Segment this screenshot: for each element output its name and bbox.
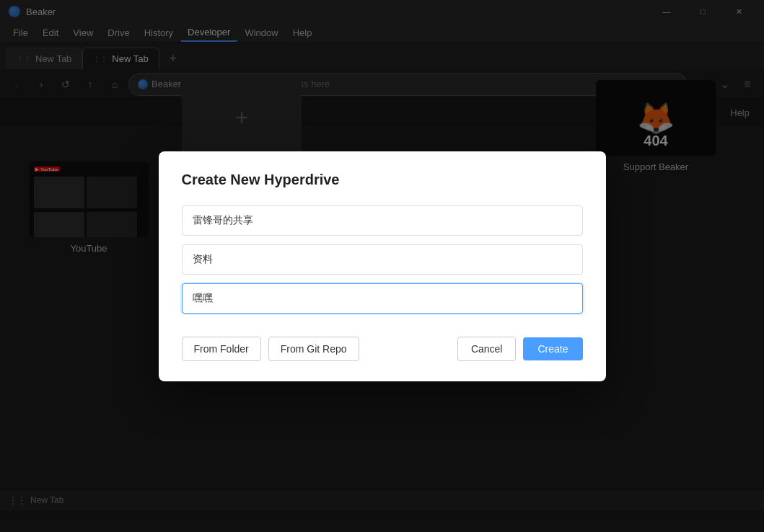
from-git-repo-button[interactable]: From Git Repo: [268, 337, 359, 361]
create-button[interactable]: Create: [523, 337, 582, 360]
modal-footer: From Folder From Git Repo Cancel Create: [182, 337, 583, 361]
cancel-button[interactable]: Cancel: [457, 337, 517, 361]
create-hyperdrive-modal: Create New Hyperdrive From Folder From G…: [159, 151, 606, 381]
modal-overlay: Create New Hyperdrive From Folder From G…: [0, 0, 764, 532]
hyperdrive-tag-input[interactable]: [182, 283, 583, 314]
hyperdrive-name-input[interactable]: [182, 205, 583, 236]
modal-title: Create New Hyperdrive: [182, 172, 583, 188]
hyperdrive-desc-input[interactable]: [182, 244, 583, 275]
from-folder-button[interactable]: From Folder: [182, 337, 261, 361]
